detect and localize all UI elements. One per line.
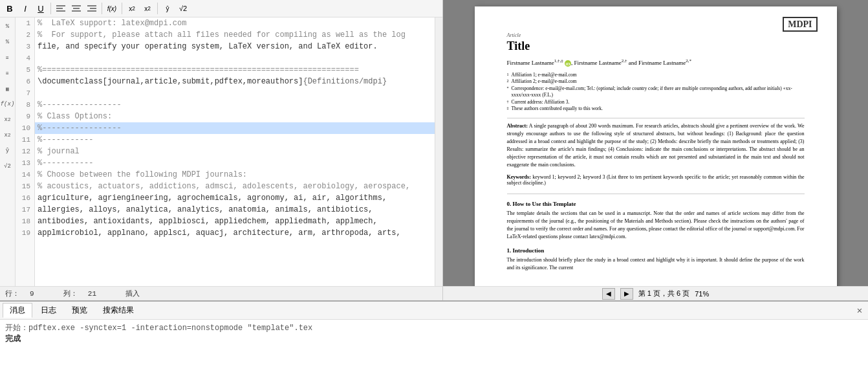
vertical-scrollbar[interactable] [435,17,442,286]
line-number-15: 15 [16,181,34,192]
sidebar-icon-4[interactable]: ≡ [1,67,14,80]
author3-name: Firstname Lastname [638,60,686,66]
line-number-3: 3 [16,41,34,52]
align-left-button[interactable] [54,1,68,16]
toolbar-sep-3 [122,3,122,14]
pdf-abstract: Abstract: A single paragraph of about 20… [507,122,805,169]
line-number-4: 4 [16,52,34,64]
author1-sup: 1,†,‡ [554,58,563,63]
code-line-5: %=======================================… [35,64,435,76]
sqrt-button[interactable]: √2 [176,1,190,16]
align-center-icon [72,5,81,12]
sidebar-icon-1[interactable]: % [1,20,14,33]
sidebar-icon-6[interactable]: f(x) [1,98,14,111]
line-number-1: 1 [16,17,34,29]
line-number-19: 19 [16,227,34,239]
align-center-button[interactable] [69,1,83,16]
and-text: and [629,60,637,66]
line-number-6: 6 [16,76,34,87]
editor-toolbar: B I U f(x) x2 x2 ŷ √2 [0,0,442,17]
sidebar-icon-3[interactable]: ≡ [1,51,14,64]
aff-star: *Correspondence: e-mail@e-mail.com; Tel.… [507,85,805,99]
pdf-title: Title [507,39,805,53]
tab-preview[interactable]: 预览 [65,303,94,318]
sidebar-icon-yhat[interactable]: ŷ [1,144,14,157]
align-right-button[interactable] [85,1,99,16]
underline-button[interactable]: U [34,1,48,16]
section0-title: 0. How to Use this Template [507,201,805,207]
close-bottom-panel[interactable]: ✕ [854,305,865,317]
tab-messages[interactable]: 消息 [3,303,32,318]
prev-page-button[interactable]: ◀ [602,288,615,300]
main-container: B I U f(x) x2 x2 ŷ √2 % [0,0,868,300]
sidebar-icon-2[interactable]: % [1,36,14,49]
editor-panel: B I U f(x) x2 x2 ŷ √2 % [0,0,443,300]
yhat-button[interactable]: ŷ [160,1,175,16]
aff-line-1: 1Affiliation 1; e-mail@e-mail.com [507,72,805,79]
author1-name: Firstname Lastname [507,60,554,66]
code-line-11: %----------- [35,134,435,146]
bottom-tabs: 消息 日志 预览 搜索结果 ✕ [0,302,868,320]
code-line-15: % acoustics, actuators, addictions, adms… [35,181,435,192]
sidebar-icon-sup[interactable]: x2 [1,129,14,142]
code-line-2: % For support, please attach all files n… [35,29,435,41]
author2-name: Firstname Lastname [574,60,621,66]
editor-status-bar: 行：9 列：21 插入 [0,286,442,300]
divider-2 [507,194,805,194]
code-line-19: applmicrobiol, applnano, applsci, aquacj… [35,227,435,239]
code-line-6: \documentclass[journal,article,submit,pd… [35,76,435,87]
abstract-text: A single paragraph of about 200 words ma… [507,123,805,168]
line-number-8: 8 [16,99,34,111]
line-number-7: 7 [16,87,34,99]
pdf-page: MDPI Article Title Firstname Lastname1,†… [475,6,837,286]
subscript-button[interactable]: x2 [125,1,139,16]
sidebar-icon-5[interactable]: ▦ [1,82,14,95]
aff-ddagger: ‡These authors contributed equally to th… [507,106,805,113]
code-line-18: antibodies, antioxidants, applbiosci, ap… [35,216,435,227]
tab-search[interactable]: 搜索结果 [96,303,141,318]
line-number-5: 5 [16,64,34,76]
section1-title: 1. Introduction [507,247,805,254]
done-line: 完成 [5,333,863,344]
formula-button[interactable]: f(x) [105,1,119,16]
line-number-14: 14 [16,169,34,181]
bold-button[interactable]: B [3,1,17,16]
aff-dagger: †Current address: Affiliation 3. [507,99,805,106]
code-line-7 [35,87,435,99]
code-line-3: file, and specify your operating system,… [35,41,435,52]
toolbar-sep-2 [102,3,102,14]
cmd-line: 开始：pdftex.exe -synctex=1 -interaction=no… [5,322,863,333]
section0-body: The template details the sections that c… [507,210,805,241]
preview-panel: MDPI Article Title Firstname Lastname1,†… [443,0,868,300]
preview-content[interactable]: MDPI Article Title Firstname Lastname1,†… [443,0,868,286]
row-value: 9 [30,290,34,298]
align-right-icon [87,5,96,12]
pdf-logo: MDPI [783,19,817,30]
code-line-4 [35,52,435,64]
bottom-panel: 消息 日志 预览 搜索结果 ✕ 开始：pdftex.exe -synctex=1… [0,300,868,378]
next-page-button[interactable]: ▶ [620,288,633,300]
bottom-content: 开始：pdftex.exe -synctex=1 -interaction=no… [0,320,868,378]
section1-body: The introduction should briefly place th… [507,256,805,272]
pdf-affiliations: 1Affiliation 1; e-mail@e-mail.com 2Affil… [507,72,805,113]
keywords-label: Keywords: [507,174,531,180]
sidebar-icon-sub[interactable]: x2 [1,113,14,126]
sidebar-icon-sqrt[interactable]: √2 [1,160,14,173]
pdf-authors: Firstname Lastname1,†,‡ iD, Firstname La… [507,58,805,67]
line-number-9: 9 [16,111,34,122]
divider-1 [507,118,805,118]
zoom-level: 71% [695,290,709,298]
author2-sup: 2,† [622,58,627,63]
superscript-button[interactable]: x2 [140,1,155,16]
line-number-10: 10 [16,122,34,134]
tab-log[interactable]: 日志 [34,303,63,318]
code-editor[interactable]: % LaTeX support: latex@mdpi.com% For sup… [35,17,435,286]
edit-mode: 插入 [125,289,140,298]
orcid-icon: iD [565,60,571,67]
line-number-16: 16 [16,192,34,204]
left-sidebar: % % ≡ ≡ ▦ f(x) x2 x2 ŷ √2 [0,17,16,286]
aff-line-2: 2Affiliation 2; e-mail@e-mail.com [507,78,805,85]
keywords-text: keyword 1; keyword 2; keyword 3 (List th… [507,174,805,186]
col-label: 列： [63,289,78,298]
italic-button[interactable]: I [18,1,32,16]
